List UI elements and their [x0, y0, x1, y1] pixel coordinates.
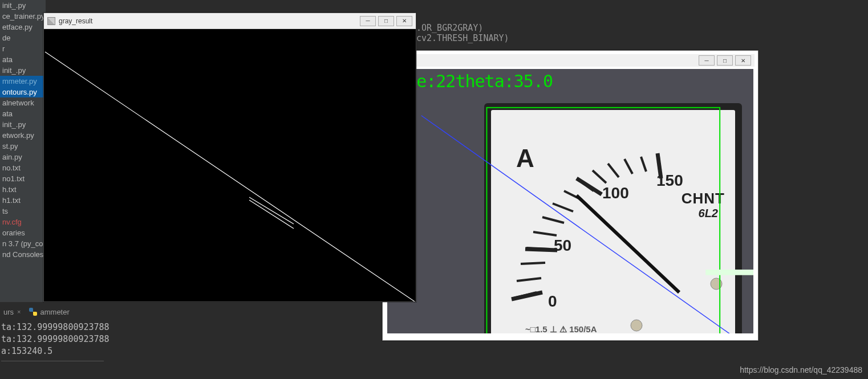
- ammeter-canvas: A 0 50 100 150 CHNT 6L2 ~□1.5 ⊥ ⚠ 150/5A…: [386, 68, 755, 335]
- svg-line-24: [249, 197, 294, 224]
- close-button[interactable]: ✕: [396, 16, 412, 26]
- file-tree-item[interactable]: ce_trainer.py: [0, 11, 46, 22]
- code-line: cv2.THRESH_BINARY): [416, 33, 868, 43]
- file-tree-item[interactable]: init_.py: [0, 119, 46, 130]
- file-tree-item[interactable]: init_.py: [0, 65, 46, 76]
- titlebar[interactable]: gray_result ─ □ ✕: [44, 13, 416, 29]
- contour-overlay: [387, 69, 753, 335]
- console-divider: [1, 361, 104, 361]
- file-tree-item[interactable]: r: [0, 43, 46, 54]
- close-icon[interactable]: ×: [17, 308, 21, 315]
- file-tree-item[interactable]: n 3.7 (py_code): [0, 238, 46, 249]
- maximize-button[interactable]: □: [378, 16, 394, 26]
- gray-canvas: [44, 29, 416, 301]
- console-line: ta:132.99999800923788: [1, 333, 342, 345]
- tab-ammeter[interactable]: ammeter: [29, 308, 70, 316]
- file-tree-item[interactable]: ontours.py: [0, 87, 46, 97]
- file-tree-item[interactable]: ata: [0, 108, 46, 119]
- file-tree-item[interactable]: h1.txt: [0, 195, 46, 206]
- file-tree-item[interactable]: nd Consoles: [0, 249, 46, 260]
- file-tree-item[interactable]: alnetwork: [0, 97, 46, 108]
- tab-ours[interactable]: urs ×: [3, 308, 21, 316]
- gray-svg: [44, 29, 416, 301]
- file-tree-item[interactable]: st.py: [0, 141, 46, 152]
- editor-tabs: urs × ammeter: [0, 305, 70, 318]
- file-tree-item[interactable]: etwork.py: [0, 130, 46, 141]
- file-tree-item[interactable]: no1.txt: [0, 173, 46, 184]
- maximize-button[interactable]: □: [717, 55, 733, 66]
- file-tree-item[interactable]: init_.py: [0, 0, 46, 11]
- minimize-button[interactable]: ─: [699, 55, 715, 66]
- file-tree-item[interactable]: ts: [0, 206, 46, 217]
- svg-rect-20: [486, 108, 720, 335]
- titlebar[interactable]: ─ □ ✕: [386, 54, 755, 67]
- file-tree-item[interactable]: oraries: [0, 227, 46, 238]
- python-icon: [29, 308, 37, 316]
- close-button[interactable]: ✕: [735, 55, 751, 66]
- file-tree-item[interactable]: nv.cfg: [0, 217, 46, 227]
- minimize-button[interactable]: ─: [360, 16, 376, 26]
- code-line: .OR_BGR2GRAY): [416, 23, 868, 33]
- tab-label: ammeter: [40, 308, 70, 316]
- console-output[interactable]: ta:132.99999800923788 ta:132.99999800923…: [0, 321, 342, 361]
- app-icon: [47, 17, 55, 25]
- file-tree-item[interactable]: etface.py: [0, 22, 46, 32]
- file-tree-item[interactable]: no.txt: [0, 162, 46, 173]
- window-ammeter-result[interactable]: ─ □ ✕: [382, 50, 759, 341]
- console-line: a:153240.5: [1, 345, 342, 357]
- file-tree-sidebar[interactable]: init_.pyce_trainer.pyetface.pyderatainit…: [0, 0, 46, 302]
- svg-line-23: [45, 52, 415, 301]
- tab-label: urs: [3, 308, 14, 316]
- svg-line-25: [249, 200, 294, 229]
- file-tree-item[interactable]: ata: [0, 54, 46, 65]
- svg-line-22: [421, 116, 741, 335]
- file-tree-item[interactable]: h.txt: [0, 184, 46, 195]
- window-title: gray_result: [59, 17, 92, 25]
- watermark-url: https://blog.csdn.net/qq_42239488: [740, 365, 862, 374]
- console-line: ta:132.99999800923788: [1, 321, 342, 333]
- window-gray-result[interactable]: gray_result ─ □ ✕: [43, 13, 416, 302]
- file-tree-item[interactable]: ain.py: [0, 152, 46, 162]
- file-tree-item[interactable]: de: [0, 32, 46, 43]
- file-tree-item[interactable]: mmeter.py: [0, 76, 46, 87]
